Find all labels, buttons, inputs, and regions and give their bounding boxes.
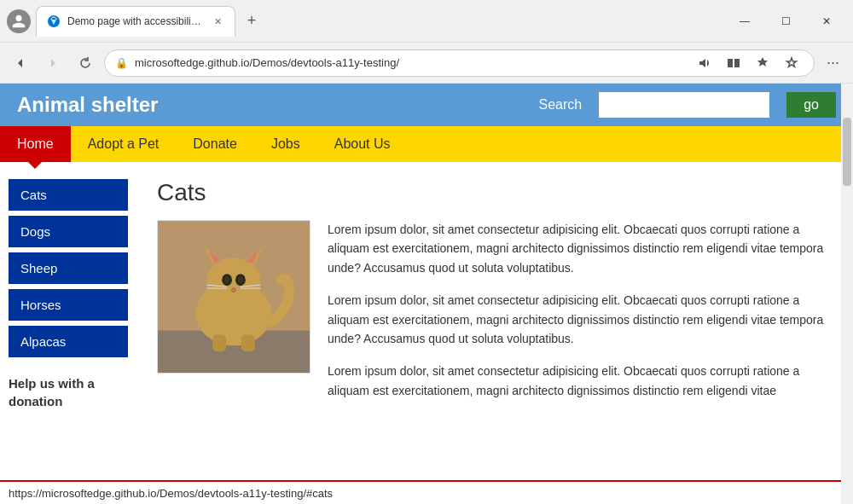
- tab-close-button[interactable]: ✕: [211, 14, 224, 28]
- content-para-3: Lorem ipsum dolor, sit amet consectetur …: [328, 362, 833, 400]
- lock-icon: 🔒: [115, 57, 128, 69]
- nav-item-home[interactable]: Home: [0, 126, 71, 162]
- svg-rect-1: [728, 59, 733, 67]
- search-button[interactable]: go: [786, 92, 836, 118]
- content-body: Lorem ipsum dolor, sit amet consectetur …: [157, 220, 833, 414]
- sidebar-item-dogs[interactable]: Dogs: [9, 216, 128, 247]
- sidebar-item-horses[interactable]: Horses: [9, 289, 128, 321]
- minimize-button[interactable]: —: [725, 8, 764, 35]
- maximize-button[interactable]: ☐: [766, 8, 805, 35]
- svg-rect-21: [241, 335, 255, 352]
- content-para-2: Lorem ipsum dolor, sit amet consectetur …: [328, 291, 833, 348]
- close-button[interactable]: ✕: [807, 8, 846, 35]
- tab-title: Demo page with accessibility iss: [67, 15, 204, 27]
- sidebar-item-alpacas[interactable]: Alpacas: [9, 326, 128, 357]
- forward-button[interactable]: [39, 49, 67, 77]
- site-wrapper: Animal shelter Search go Home Adopt a Pe…: [0, 84, 853, 504]
- site-title: Animal shelter: [17, 93, 522, 117]
- address-text: microsoftedge.github.io/Demos/devtools-a…: [135, 56, 686, 69]
- content-title: Cats: [157, 179, 833, 206]
- address-input-wrap[interactable]: 🔒 microsoftedge.github.io/Demos/devtools…: [104, 49, 815, 77]
- nav-item-donate[interactable]: Donate: [176, 126, 254, 162]
- browser-essentials-icon[interactable]: [751, 51, 775, 75]
- site-sidebar: Cats Dogs Sheep Horses Alpacas Help us w…: [0, 162, 136, 504]
- content-para-1: Lorem ipsum dolor, sit amet consectetur …: [328, 220, 833, 277]
- profile-avatar[interactable]: [7, 9, 31, 33]
- tab-favicon-icon: [47, 14, 61, 28]
- tab-bar: Demo page with accessibility iss ✕ +: [36, 6, 720, 37]
- scrollbar-thumb[interactable]: [843, 118, 851, 186]
- sidebar-item-cats[interactable]: Cats: [9, 179, 128, 211]
- refresh-button[interactable]: [72, 49, 99, 77]
- svg-rect-2: [734, 59, 740, 67]
- sidebar-item-sheep[interactable]: Sheep: [9, 252, 128, 284]
- search-label: Search: [539, 97, 583, 113]
- nav-item-jobs[interactable]: Jobs: [254, 126, 317, 162]
- status-url: https://microsoftedge.github.io/Demos/de…: [9, 487, 333, 500]
- status-bar: https://microsoftedge.github.io/Demos/de…: [0, 480, 841, 504]
- browser-window: Demo page with accessibility iss ✕ + — ☐…: [0, 0, 853, 504]
- address-bar: 🔒 microsoftedge.github.io/Demos/devtools…: [0, 43, 853, 84]
- more-options-button[interactable]: ···: [820, 50, 846, 75]
- active-tab[interactable]: Demo page with accessibility iss ✕: [36, 6, 235, 37]
- nav-item-about[interactable]: About Us: [317, 126, 408, 162]
- svg-point-6: [206, 258, 260, 305]
- search-input[interactable]: [599, 92, 769, 118]
- favorites-icon[interactable]: [780, 51, 804, 75]
- read-aloud-icon[interactable]: [693, 51, 717, 75]
- site-content: Cats: [136, 162, 853, 504]
- svg-rect-20: [212, 335, 226, 352]
- site-main: Cats Dogs Sheep Horses Alpacas Help us w…: [0, 162, 853, 504]
- address-icons: [693, 51, 804, 75]
- back-button[interactable]: [7, 49, 34, 77]
- immersive-reader-icon[interactable]: [722, 51, 746, 75]
- svg-point-14: [238, 276, 243, 283]
- scrollbar[interactable]: [841, 84, 853, 504]
- title-bar: Demo page with accessibility iss ✕ + — ☐…: [0, 0, 853, 43]
- window-controls: — ☐ ✕: [725, 8, 846, 35]
- sidebar-help: Help us with a donation: [9, 374, 128, 410]
- cat-image: [157, 220, 310, 374]
- content-text: Lorem ipsum dolor, sit amet consectetur …: [328, 220, 833, 414]
- site-header: Animal shelter Search go: [0, 84, 853, 126]
- nav-item-adopt[interactable]: Adopt a Pet: [71, 126, 177, 162]
- sidebar-help-text: Help us with a donation: [9, 374, 128, 410]
- site-nav: Home Adopt a Pet Donate Jobs About Us: [0, 126, 853, 162]
- new-tab-button[interactable]: +: [239, 9, 264, 34]
- svg-point-13: [224, 276, 229, 283]
